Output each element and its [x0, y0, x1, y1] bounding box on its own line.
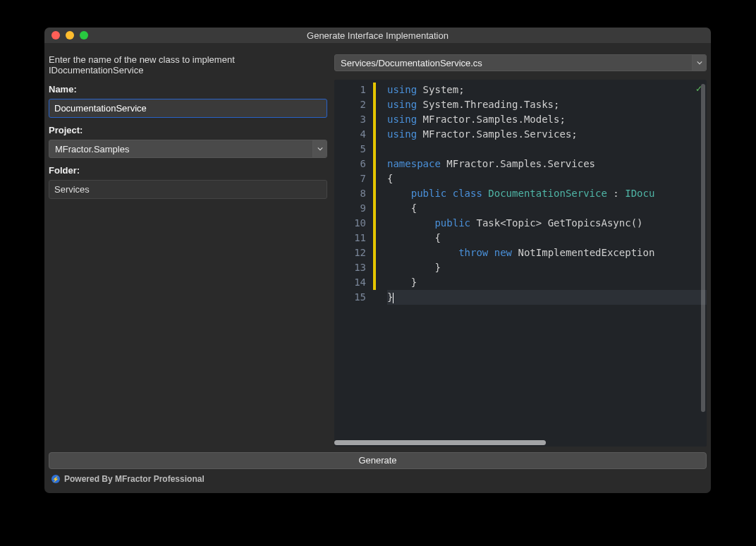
line-number-gutter: 123456789101112131415	[334, 80, 373, 439]
folder-label: Folder:	[49, 165, 327, 176]
line-number: 10	[334, 216, 366, 231]
code-line: namespace MFractor.Samples.Services	[387, 157, 707, 171]
line-number: 2	[334, 97, 366, 112]
file-path-value: Services/DocumentationService.cs	[335, 58, 692, 68]
window-title: Generate Interface Implementation	[44, 30, 711, 41]
code-editor[interactable]: 123456789101112131415 using System;using…	[334, 80, 707, 447]
generate-button[interactable]: Generate	[49, 452, 707, 469]
line-number: 3	[334, 112, 366, 127]
line-number: 4	[334, 127, 366, 142]
code-line: public class DocumentationService : IDoc…	[387, 186, 707, 201]
text-cursor	[393, 293, 394, 303]
line-number: 9	[334, 201, 366, 216]
horizontal-scrollbar-track[interactable]	[334, 439, 707, 447]
line-number: 15	[334, 290, 366, 305]
mfractor-icon: ⚡	[51, 475, 60, 483]
code-line: using System.Threading.Tasks;	[387, 97, 707, 112]
code-line: }	[387, 260, 707, 275]
code-line: {	[387, 231, 707, 245]
name-label: Name:	[49, 84, 327, 95]
footer: ⚡ Powered By MFractor Professional	[49, 469, 707, 489]
code-line: }	[387, 275, 707, 290]
code-line: {	[387, 201, 707, 216]
preview-panel: Services/DocumentationService.cs 1234567…	[334, 47, 707, 447]
code-line: using MFractor.Samples.Models;	[387, 112, 707, 127]
line-number: 13	[334, 260, 366, 275]
dialog-body: Enter the name of the new class to imple…	[44, 43, 711, 493]
dialog-window: Generate Interface Implementation Enter …	[44, 28, 711, 493]
vertical-scrollbar[interactable]	[701, 84, 705, 412]
line-number: 7	[334, 171, 366, 186]
code-line: public Task<Topic> GetTopicsAsync()	[387, 216, 707, 231]
main-columns: Enter the name of the new class to imple…	[49, 47, 707, 447]
chevron-down-icon	[312, 140, 327, 157]
line-number: 5	[334, 142, 366, 157]
footer-text: Powered By MFractor Professional	[64, 474, 205, 484]
line-number: 6	[334, 157, 366, 171]
line-number: 8	[334, 186, 366, 201]
name-input[interactable]	[49, 99, 327, 118]
traffic-lights	[44, 31, 88, 40]
minimize-window-button[interactable]	[66, 31, 74, 40]
file-path-dropdown[interactable]: Services/DocumentationService.cs	[334, 54, 707, 71]
project-label: Project:	[49, 125, 327, 135]
line-number: 11	[334, 231, 366, 245]
zoom-window-button[interactable]	[80, 31, 88, 40]
code-line	[387, 142, 707, 157]
form-panel: Enter the name of the new class to imple…	[49, 47, 327, 447]
code-line: using MFractor.Samples.Services;	[387, 127, 707, 142]
code-line: using System;	[387, 83, 707, 97]
project-dropdown-value: MFractor.Samples	[49, 144, 312, 154]
titlebar: Generate Interface Implementation	[44, 28, 711, 43]
code-line: }	[387, 290, 707, 305]
close-window-button[interactable]	[51, 31, 60, 40]
line-number: 1	[334, 83, 366, 97]
code-line: {	[387, 171, 707, 186]
folder-input[interactable]: Services	[49, 180, 327, 199]
code-area[interactable]: using System;using System.Threading.Task…	[376, 80, 707, 439]
code-line: throw new NotImplementedException	[387, 245, 707, 260]
horizontal-scrollbar-thumb[interactable]	[334, 440, 546, 445]
line-number: 14	[334, 275, 366, 290]
chevron-down-icon	[692, 55, 706, 71]
line-number: 12	[334, 245, 366, 260]
project-dropdown[interactable]: MFractor.Samples	[49, 140, 327, 158]
instruction-text: Enter the name of the new class to imple…	[49, 54, 327, 75]
